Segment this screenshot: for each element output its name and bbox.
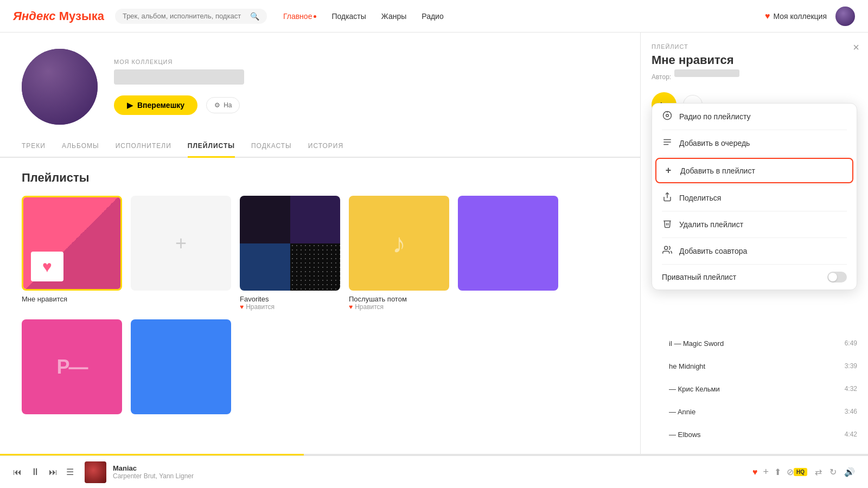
- player-right: HQ ⇄ ↻ 🔊: [794, 467, 855, 477]
- plus-icon: +: [175, 232, 187, 255]
- menu-share-label: Поделиться: [679, 194, 721, 202]
- playlist-thumb-blue: [131, 319, 231, 414]
- player-share-button[interactable]: ⬆: [774, 467, 781, 477]
- active-dot: [314, 15, 316, 18]
- heart-icon: ♥: [765, 11, 770, 21]
- shuffle-button[interactable]: ▶ Вперемешку: [114, 95, 197, 115]
- track-row[interactable]: — Annie 3:46: [641, 400, 868, 423]
- track-duration: 4:42: [845, 431, 857, 438]
- playlist-card-favorites[interactable]: Favorites ♥ Нравится: [240, 196, 340, 311]
- pink-artwork: P—: [22, 319, 122, 414]
- playlist-thumb-pink: P—: [22, 319, 122, 414]
- player-controls: ⏮ ⏸ ⏭ ☰: [13, 466, 74, 478]
- menu-item-delete[interactable]: Удалить плейлист: [652, 211, 857, 237]
- tab-history[interactable]: ИСТОРИЯ: [308, 136, 343, 158]
- menu-private-label: Приватный плейлист: [662, 273, 736, 281]
- playlists-grid: Мне нравится +: [22, 196, 618, 419]
- tab-albums[interactable]: АЛЬБОМЫ: [62, 136, 99, 158]
- tab-playlists[interactable]: ПЛЕЙЛИСТЫ: [188, 136, 235, 158]
- menu-item-radio[interactable]: Радио по плейлисту: [652, 104, 857, 130]
- track-name: — Elbows: [669, 431, 838, 439]
- player-queue-button[interactable]: ☰: [66, 467, 74, 477]
- menu-item-share[interactable]: Поделиться: [652, 185, 857, 211]
- search-bar[interactable]: 🔍: [115, 9, 267, 24]
- menu-radio-label: Радио по плейлисту: [679, 112, 751, 121]
- player-next-button[interactable]: ⏭: [49, 467, 58, 477]
- playlist-card-blue[interactable]: [131, 319, 231, 419]
- track-info: — Annie: [669, 408, 838, 416]
- gear-icon: ⚙: [214, 101, 220, 109]
- player-pause-button[interactable]: ⏸: [30, 466, 40, 478]
- search-input[interactable]: [123, 12, 250, 20]
- track-duration: 3:39: [845, 362, 857, 370]
- track-row[interactable]: — Крис Кельми 4:32: [641, 377, 868, 400]
- player-repeat-button[interactable]: ↻: [829, 467, 837, 477]
- settings-button[interactable]: ⚙ На: [206, 97, 240, 113]
- playlists-section: Плейлисты Мне нравится +: [0, 158, 640, 432]
- menu-queue-label: Добавить в очередь: [679, 139, 750, 147]
- menu-item-queue[interactable]: Добавить в очередь: [652, 130, 857, 156]
- liked-heart-icon: [31, 252, 63, 281]
- coauthor-icon: [662, 245, 673, 257]
- logo[interactable]: Яндекс Музыка: [13, 9, 104, 23]
- playlist-card-liked[interactable]: Мне нравится: [22, 196, 122, 311]
- player-shuffle-button[interactable]: ⇄: [815, 467, 822, 477]
- nav-radio[interactable]: Радио: [422, 12, 443, 21]
- left-area: МОЯ КОЛЛЕКЦИЯ ▶ Вперемешку ⚙ На ТРЕКИ АЛ…: [0, 33, 640, 455]
- favorites-artwork: [240, 196, 340, 291]
- panel-close-button[interactable]: ×: [853, 41, 859, 54]
- user-avatar-image: [835, 7, 855, 26]
- track-duration: 6:49: [845, 339, 857, 347]
- menu-divider-2: [662, 156, 847, 157]
- header: Яндекс Музыка 🔍 Главное Подкасты Жанры Р…: [0, 0, 868, 33]
- tab-artists[interactable]: ИСПОЛНИТЕЛИ: [116, 136, 171, 158]
- my-collection-link[interactable]: ♥ Моя коллекция: [765, 11, 827, 21]
- fav-q2: [290, 196, 341, 243]
- menu-delete-label: Удалить плейлист: [679, 220, 743, 229]
- track-row[interactable]: il — Magic Sword 6:49: [641, 332, 868, 355]
- playlist-card-purple[interactable]: [458, 196, 558, 311]
- menu-item-coauthor[interactable]: Добавить соавтора: [652, 238, 857, 264]
- user-avatar[interactable]: [835, 7, 855, 26]
- menu-item-add-playlist[interactable]: + Добавить в плейлист: [655, 158, 853, 183]
- tab-tracks[interactable]: ТРЕКИ: [22, 136, 46, 158]
- collection-label: МОЯ КОЛЛЕКЦИЯ: [114, 59, 618, 65]
- profile-tabs: ТРЕКИ АЛЬБОМЫ ИСПОЛНИТЕЛИ ПЛЕЙЛИСТЫ ПОДК…: [0, 136, 640, 158]
- track-row[interactable]: he Midnight 3:39: [641, 355, 868, 377]
- profile-avatar-image: [22, 49, 98, 125]
- radio-icon: [662, 111, 673, 123]
- hq-badge: HQ: [794, 468, 807, 476]
- nav-podcasts[interactable]: Подкасты: [331, 12, 366, 21]
- player-dislike-button[interactable]: ⊘: [787, 467, 794, 477]
- playlist-name-favorites: Favorites: [240, 295, 340, 303]
- nav-main[interactable]: Главное: [283, 12, 317, 21]
- playlist-card-послушать[interactable]: ♪ Послушать потом ♥ Нравится: [349, 196, 449, 311]
- heart-sub-icon: ♥: [240, 303, 244, 311]
- menu-item-private[interactable]: Приватный плейлист: [652, 265, 857, 290]
- nav-genres[interactable]: Жанры: [381, 12, 406, 21]
- my-collection-label: Моя коллекция: [773, 12, 827, 21]
- header-right: ♥ Моя коллекция: [765, 7, 855, 26]
- tab-podcasts[interactable]: ПОДКАСТЫ: [251, 136, 292, 158]
- private-toggle[interactable]: [827, 272, 847, 282]
- bottom-player: ⏮ ⏸ ⏭ ☰ Maniac Carpenter Brut, Yann Lign…: [0, 455, 868, 488]
- player-track-artist: Carpenter Brut, Yann Ligner: [113, 472, 746, 480]
- track-list: il — Magic Sword 6:49 he Midnight 3:39 —…: [641, 332, 868, 455]
- delete-icon: [662, 219, 673, 230]
- search-icon: 🔍: [250, 12, 259, 21]
- player-volume-button[interactable]: 🔊: [844, 467, 855, 477]
- track-row[interactable]: — Elbows 4:42: [641, 423, 868, 446]
- shuffle-icon: ▶: [127, 101, 133, 110]
- player-add-button[interactable]: +: [763, 466, 769, 478]
- toggle-knob: [828, 273, 837, 281]
- author-label: Автор:: [652, 73, 671, 81]
- player-prev-prev-button[interactable]: ⏮: [13, 467, 22, 477]
- pink-text: P—: [56, 356, 87, 378]
- playlist-card-add[interactable]: +: [131, 196, 231, 311]
- svg-point-1: [666, 114, 669, 117]
- share-icon: [662, 192, 673, 204]
- player-heart-button[interactable]: ♥: [752, 467, 758, 477]
- fav-q3: [240, 243, 290, 291]
- playlist-card-pink[interactable]: P—: [22, 319, 122, 419]
- playlist-thumb-liked: [22, 196, 122, 291]
